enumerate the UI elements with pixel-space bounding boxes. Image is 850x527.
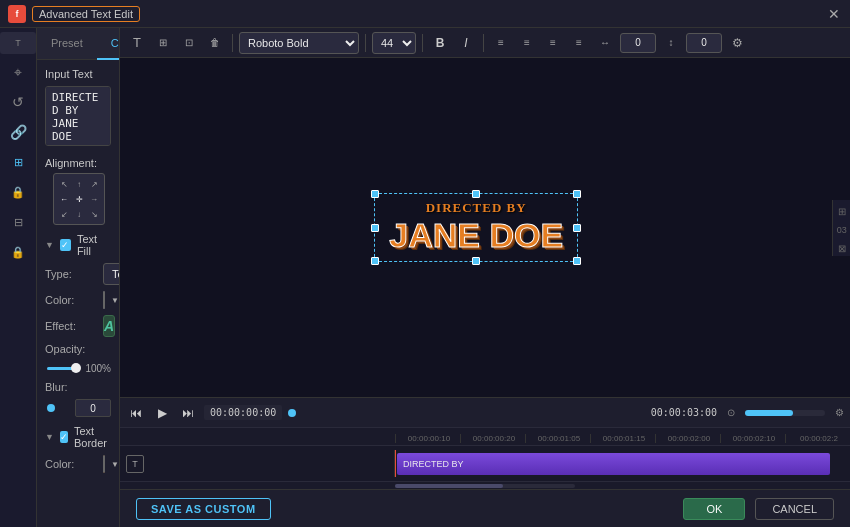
window-title: Advanced Text Edit: [32, 6, 140, 22]
sidebar-icon-3[interactable]: 🔗: [4, 118, 32, 146]
handle-bl[interactable]: [371, 257, 379, 265]
italic-button[interactable]: I: [455, 32, 477, 54]
type-label: Type:: [45, 268, 97, 280]
align-middle-left[interactable]: ←: [57, 192, 71, 206]
toolbar-sep-2: [365, 34, 366, 52]
effect-row: Effect: A ▼: [45, 315, 111, 337]
border-color-dropdown-arrow[interactable]: ▼: [111, 460, 119, 469]
align-right-icon[interactable]: ≡: [542, 32, 564, 54]
sidebar-icon-4[interactable]: ⊞: [4, 148, 32, 176]
align-left-icon[interactable]: ≡: [490, 32, 512, 54]
sidebar-icon-6[interactable]: ⊟: [4, 208, 32, 236]
handle-mr[interactable]: [573, 224, 581, 232]
spacing-icon[interactable]: ↔: [594, 32, 616, 54]
color-dropdown-arrow[interactable]: ▼: [111, 296, 119, 305]
handle-tr[interactable]: [573, 190, 581, 198]
text-fill-title: Text Fill: [77, 233, 111, 257]
text-border-title: Text Border: [74, 425, 111, 449]
leading-icon[interactable]: ↕: [660, 32, 682, 54]
content-area: T ⊞ ⊡ 🗑 Roboto Bold 44 B I ≡ ≡ ≡ ≡ ↔ ↕ ⚙: [120, 28, 850, 527]
align-middle-right[interactable]: →: [87, 192, 101, 206]
toolbar-sep-4: [483, 34, 484, 52]
track-clips-area: DIRECTED BY: [395, 450, 850, 477]
delete-tool-icon[interactable]: 🗑: [204, 32, 226, 54]
track-text-icon: T: [126, 455, 144, 473]
sidebar-tab-t[interactable]: T: [0, 32, 36, 54]
align-justify-icon[interactable]: ≡: [568, 32, 590, 54]
scroll-track[interactable]: [395, 484, 575, 488]
sidebar-icon-7[interactable]: 🔒: [4, 238, 32, 266]
sidebar-icon-1[interactable]: ⌖: [4, 58, 32, 86]
input-text-area[interactable]: DIRECTED BY JANE DOE: [45, 86, 111, 146]
crop-tool-icon[interactable]: ⊡: [178, 32, 200, 54]
preview-area: DIRECTED BY JANE DOE ⊞ 03 ⊠: [120, 58, 850, 397]
text-fill-checkbox[interactable]: ✓: [60, 239, 71, 251]
preview-line1: DIRECTED BY: [389, 200, 563, 216]
tracking-input[interactable]: [620, 33, 656, 53]
save-custom-button[interactable]: SAVE AS CUSTOM: [136, 498, 271, 520]
ruler-mark-1: 00:00:00:20: [460, 434, 525, 443]
handle-tl[interactable]: [371, 190, 379, 198]
text-border-checkbox[interactable]: ✓: [60, 431, 68, 443]
step-back-button[interactable]: ⏮: [126, 403, 146, 423]
text-fill-collapse-icon[interactable]: ▼: [45, 240, 54, 250]
blur-row: Blur:: [45, 381, 111, 393]
timeline-scrollbar[interactable]: [120, 481, 850, 489]
timeline-zoom-icon[interactable]: ⊙: [727, 407, 735, 418]
alignment-grid: ↖ ↑ ↗ ← ✛ → ↙ ↓ ↘: [53, 173, 105, 225]
handle-br[interactable]: [573, 257, 581, 265]
tab-preset[interactable]: Preset: [37, 28, 97, 60]
color-swatch-border[interactable]: [103, 455, 105, 473]
handle-ml[interactable]: [371, 224, 379, 232]
opacity-slider-track[interactable]: [47, 367, 77, 370]
font-size-select[interactable]: 44: [372, 32, 416, 54]
align-bottom-left[interactable]: ↙: [57, 207, 71, 221]
text-tool-icon[interactable]: T: [126, 32, 148, 54]
sidebar-icon-2[interactable]: ↺: [4, 88, 32, 116]
handle-tc[interactable]: [472, 190, 480, 198]
ruler-mark-5: 00:00:02:10: [720, 434, 785, 443]
app-logo: f: [8, 5, 26, 23]
timeline-settings-icon[interactable]: ⚙: [835, 407, 844, 418]
cancel-button[interactable]: CANCEL: [755, 498, 834, 520]
right-icon-1[interactable]: ⊞: [836, 204, 848, 219]
bottom-bar: SAVE AS CUSTOM OK CANCEL: [120, 489, 850, 527]
align-top-right[interactable]: ↗: [87, 177, 101, 191]
align-top-left[interactable]: ↖: [57, 177, 71, 191]
right-icon-3[interactable]: ⊠: [836, 241, 848, 256]
timeline-zoom-slider[interactable]: [745, 410, 825, 416]
step-forward-button[interactable]: ⏭: [178, 403, 198, 423]
blur-slider-dot[interactable]: [47, 404, 55, 412]
track-clip-1[interactable]: DIRECTED BY: [397, 453, 830, 475]
align-top-center[interactable]: ↑: [72, 177, 86, 191]
sidebar-icon-5[interactable]: 🔒: [4, 178, 32, 206]
align-bottom-right[interactable]: ↘: [87, 207, 101, 221]
track-label-area: T: [120, 450, 395, 477]
bottom-right-buttons: OK CANCEL: [683, 498, 834, 520]
ruler-mark-3: 00:00:01:15: [590, 434, 655, 443]
handle-bc[interactable]: [472, 257, 480, 265]
font-family-select[interactable]: Roboto Bold: [239, 32, 359, 54]
color-swatch-fill[interactable]: [103, 291, 105, 309]
align-bottom-center[interactable]: ↓: [72, 207, 86, 221]
close-button[interactable]: ✕: [826, 6, 842, 22]
settings-icon[interactable]: ⚙: [726, 32, 748, 54]
effect-label: Effect:: [45, 320, 97, 332]
tab-customize[interactable]: Customize: [97, 28, 120, 60]
align-middle-center[interactable]: ✛: [72, 192, 86, 206]
opacity-slider-thumb[interactable]: [71, 363, 81, 373]
align-center-icon[interactable]: ≡: [516, 32, 538, 54]
right-icon-2[interactable]: 03: [835, 223, 849, 237]
ok-button[interactable]: OK: [683, 498, 745, 520]
type-select[interactable]: Text Fill Gradient: [103, 263, 119, 285]
scroll-thumb[interactable]: [395, 484, 503, 488]
selection-box[interactable]: DIRECTED BY JANE DOE: [374, 193, 578, 262]
bold-button[interactable]: B: [429, 32, 451, 54]
text-border-collapse-icon[interactable]: ▼: [45, 432, 54, 442]
panel-tabs: Preset Customize Animation: [37, 28, 119, 60]
select-tool-icon[interactable]: ⊞: [152, 32, 174, 54]
play-button[interactable]: ▶: [152, 403, 172, 423]
ruler-mark-0: 00:00:00:10: [395, 434, 460, 443]
leading-input[interactable]: [686, 33, 722, 53]
effect-button[interactable]: A: [103, 315, 115, 337]
